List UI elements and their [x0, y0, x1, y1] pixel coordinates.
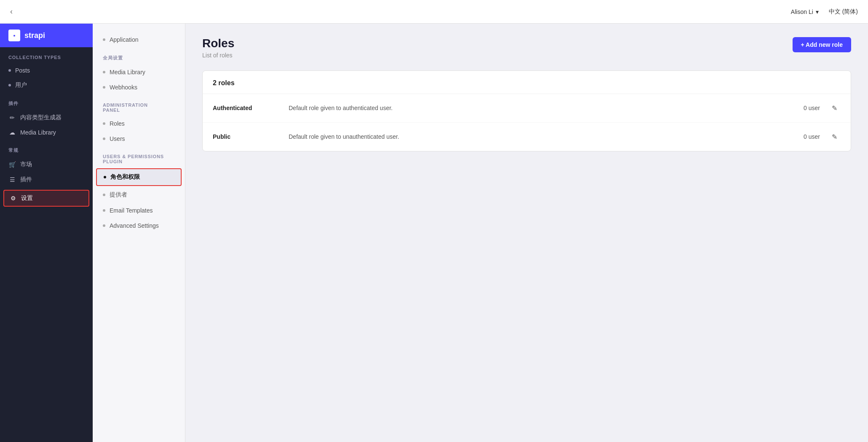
settings-nav-label: 提供者: [110, 191, 127, 199]
bullet-icon: [103, 137, 105, 140]
cloud-icon: ☁: [8, 129, 16, 136]
logo-icon: ▪: [8, 30, 20, 41]
bullet-icon: [104, 176, 106, 178]
sidebar-item-label: 插件: [20, 176, 32, 183]
role-description: Default role given to authenticated user…: [289, 105, 778, 111]
role-name: Authenticated: [213, 105, 280, 111]
table-row: Public Default role given to unauthentic…: [203, 123, 851, 151]
plugins-title: 插件: [0, 93, 93, 110]
sidebar-item-content-builder[interactable]: ✏ 内容类型生成器: [0, 110, 93, 125]
role-users-count: 0 user: [786, 133, 820, 140]
roles-count: 2 roles: [213, 79, 235, 86]
admin-panel-title: ADMINISTRATIONPANEL: [93, 95, 185, 116]
settings-nav-media-library[interactable]: Media Library: [93, 65, 185, 80]
settings-nav-users-admin[interactable]: Users: [93, 131, 185, 146]
sidebar-item-users-cn[interactable]: 用户: [0, 78, 93, 93]
language-selector[interactable]: 中文 (简体): [829, 8, 858, 16]
sidebar-item-label: 设置: [21, 194, 33, 202]
language-label: 中文 (简体): [829, 8, 858, 15]
sidebar-item-label: 用户: [15, 81, 27, 89]
general-title: 常规: [0, 140, 93, 157]
list-icon: ☰: [8, 176, 16, 183]
bullet-icon: [103, 86, 105, 89]
bullet-icon: [103, 71, 105, 73]
pencil-icon: ✎: [832, 133, 837, 140]
settings-nav-webhooks[interactable]: Webhooks: [93, 80, 185, 95]
sidebar-item-label: 市场: [20, 161, 32, 168]
role-users-count: 0 user: [786, 105, 820, 111]
bullet-icon: [103, 194, 105, 196]
sidebar-item-label: Posts: [15, 67, 30, 74]
roles-card: 2 roles Authenticated Default role given…: [202, 70, 851, 151]
bullet-icon: [8, 84, 11, 86]
back-button[interactable]: ‹: [10, 7, 13, 16]
sidebar-item-market[interactable]: 🛒 市场: [0, 157, 93, 172]
settings-nav-label: Webhooks: [110, 84, 137, 91]
global-settings-title: 全局设置: [93, 47, 185, 65]
bullet-icon: [103, 224, 105, 227]
page-title: Roles: [202, 37, 234, 50]
role-name: Public: [213, 133, 280, 140]
back-icon: ‹: [10, 7, 13, 16]
add-new-role-button[interactable]: + Add new role: [793, 37, 851, 52]
pencil-icon: ✎: [832, 105, 837, 112]
permissions-plugin-title: USERS & PERMISSIONSPLUGIN: [93, 146, 185, 167]
user-name: Alison Li: [791, 8, 813, 15]
arrow-annotation: [93, 223, 118, 307]
edit-role-button[interactable]: ✎: [828, 102, 841, 114]
settings-nav-label: 角色和权限: [110, 173, 140, 181]
sidebar-item-label: 内容类型生成器: [20, 114, 62, 121]
bullet-icon: [103, 122, 105, 125]
settings-nav-label: Application: [110, 36, 139, 43]
settings-nav-roles[interactable]: Roles: [93, 116, 185, 131]
sidebar-item-settings[interactable]: ⚙ 设置: [3, 190, 89, 207]
sidebar-item-plugins[interactable]: ☰ 插件: [0, 172, 93, 187]
logo-text: strapi: [24, 31, 45, 40]
bullet-icon: [103, 209, 105, 212]
app-logo: ▪ strapi: [0, 24, 93, 47]
user-dropdown-icon: ▾: [816, 8, 819, 15]
add-new-role-label: + Add new role: [801, 41, 843, 48]
roles-card-header: 2 roles: [203, 71, 851, 94]
settings-nav-email-templates[interactable]: Email Templates: [93, 203, 185, 218]
user-menu[interactable]: Alison Li ▾: [791, 8, 819, 15]
settings-nav-application[interactable]: Application: [93, 32, 185, 47]
settings-nav-roles-permissions[interactable]: 角色和权限: [96, 168, 182, 186]
market-icon: 🛒: [8, 161, 16, 168]
sidebar-item-label: Media Library: [20, 129, 56, 136]
collection-types-title: COLLECTION TYPES: [0, 47, 93, 63]
bullet-icon: [8, 69, 11, 72]
bullet-icon: [103, 38, 105, 41]
role-description: Default role given to unauthenticated us…: [289, 133, 778, 140]
settings-nav-label: Email Templates: [110, 207, 153, 214]
edit-role-button[interactable]: ✎: [828, 131, 841, 143]
pencil-icon: ✏: [8, 114, 16, 121]
table-row: Authenticated Default role given to auth…: [203, 94, 851, 123]
sidebar-item-media-library[interactable]: ☁ Media Library: [0, 125, 93, 140]
page-subtitle: List of roles: [202, 52, 234, 59]
sidebar-item-posts[interactable]: Posts: [0, 63, 93, 78]
settings-nav-label: Roles: [110, 120, 125, 127]
gear-icon: ⚙: [9, 195, 17, 202]
settings-nav-providers[interactable]: 提供者: [93, 187, 185, 203]
settings-nav-label: Users: [110, 135, 125, 142]
settings-nav-advanced-settings[interactable]: Advanced Settings: [93, 218, 185, 233]
settings-nav-label: Media Library: [110, 69, 145, 75]
settings-nav-label: Advanced Settings: [110, 222, 159, 229]
